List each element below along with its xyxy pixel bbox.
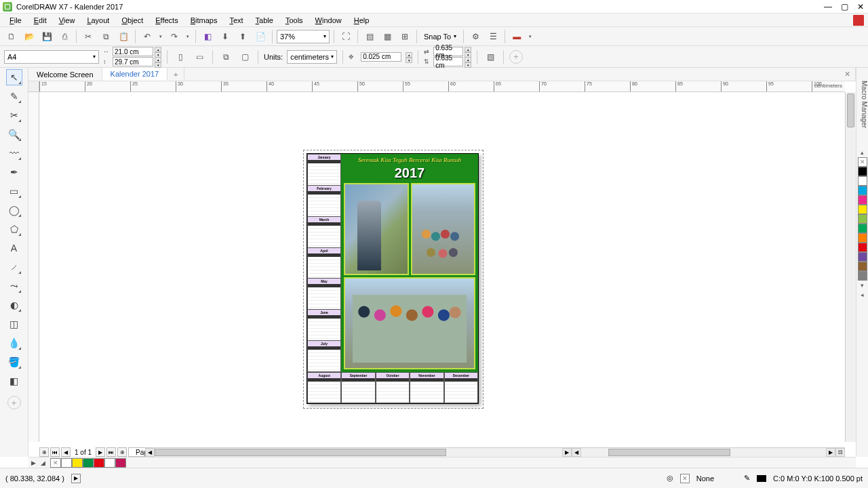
polygon-tool-icon[interactable]: ⬠ — [6, 221, 22, 237]
rectangle-tool-icon[interactable]: ▭ — [6, 183, 22, 199]
swatch[interactable] — [858, 205, 867, 214]
paste-icon[interactable]: 📋 — [116, 29, 131, 44]
menu-help[interactable]: Help — [349, 15, 375, 26]
undo-icon[interactable]: ↶ — [140, 29, 155, 44]
palette-flyout-icon[interactable]: ◂ — [861, 290, 864, 300]
swatch[interactable] — [858, 252, 867, 262]
page-height-input[interactable]: 29.7 cm — [113, 57, 153, 66]
page-size-select[interactable]: A4▾ — [4, 50, 99, 64]
menu-view[interactable]: View — [54, 15, 81, 26]
minimize-icon[interactable]: — — [823, 2, 833, 12]
pick-tool-icon[interactable]: ↖ — [6, 69, 22, 85]
doc-swatch[interactable] — [72, 458, 83, 468]
menu-tools[interactable]: Tools — [280, 15, 309, 26]
play-macro-icon[interactable]: ▶ — [71, 474, 81, 483]
swatch-none[interactable] — [858, 157, 867, 167]
menu-bitmaps[interactable]: Bitmaps — [185, 15, 223, 26]
snap-to-dropdown[interactable]: Snap To▾ — [421, 33, 459, 41]
open-icon[interactable]: 📂 — [22, 29, 37, 44]
tab-kalender[interactable]: Kalender 2017 — [102, 68, 168, 81]
height-spinner[interactable]: ▴▾ — [155, 57, 161, 66]
menu-edit[interactable]: Edit — [28, 15, 52, 26]
search-content-icon[interactable]: ◧ — [200, 29, 215, 44]
swatch[interactable] — [858, 233, 867, 243]
treat-as-filled-icon[interactable]: ▧ — [483, 49, 498, 64]
options-icon[interactable]: ⚙ — [468, 29, 483, 44]
macro-manager-docker[interactable]: Macro Manager — [856, 68, 868, 136]
dupy-input[interactable]: 0.635 cm — [433, 57, 463, 66]
docpal-none[interactable] — [50, 458, 61, 468]
menu-window[interactable]: Window — [310, 15, 347, 26]
fill-swatch-icon[interactable]: ◎ — [667, 474, 673, 483]
horizontal-ruler[interactable]: 1520253035404550556065707580859095100 — [39, 81, 845, 92]
app-launcher-icon[interactable]: ☰ — [486, 29, 500, 44]
horizontal-scrollbar[interactable]: ◀ ▶ ◀ ▶ ⊡ — [145, 447, 845, 457]
swatch[interactable] — [858, 214, 867, 224]
portrait-icon[interactable]: ▯ — [173, 49, 188, 64]
nudge-spinner[interactable]: ▴▾ — [406, 52, 412, 62]
docpal-eyedrop-icon[interactable]: ◢ — [41, 460, 50, 466]
all-pages-icon[interactable]: ⧉ — [218, 49, 233, 64]
show-grid-icon[interactable]: ▦ — [380, 29, 395, 44]
fill-none-icon[interactable] — [680, 474, 690, 483]
artistic-media-icon[interactable]: ✒ — [6, 164, 22, 180]
text-tool-icon[interactable]: A — [6, 240, 22, 256]
outline-pen-icon[interactable]: ✎ — [744, 474, 750, 483]
landscape-icon[interactable]: ▭ — [192, 49, 207, 64]
color-eyedrop-icon[interactable]: 💧 — [6, 335, 22, 351]
width-spinner[interactable]: ▴▾ — [155, 47, 161, 56]
swatch[interactable] — [858, 186, 867, 195]
add-page-after-icon[interactable]: ⊕ — [117, 447, 127, 457]
swatch[interactable] — [858, 271, 867, 281]
maximize-icon[interactable]: ▢ — [840, 2, 849, 12]
copy-icon[interactable]: ⧉ — [98, 29, 113, 44]
units-select[interactable]: centimeters▾ — [287, 50, 337, 64]
add-tool-icon[interactable]: + — [7, 396, 21, 409]
next-page-icon[interactable]: ▶ — [96, 447, 105, 457]
parallel-dim-icon[interactable]: ⟋ — [6, 259, 22, 275]
swatch[interactable] — [858, 243, 867, 252]
page-artwork[interactable]: JanuaryFebruaryMarchAprilMayJuneJuly Ser… — [307, 153, 479, 404]
menu-effects[interactable]: Effects — [150, 15, 183, 26]
freehand-tool-icon[interactable]: 〰 — [6, 145, 22, 161]
palette-down-icon[interactable]: ▾ — [861, 281, 864, 290]
menu-text[interactable]: Text — [224, 15, 248, 26]
vertical-scrollbar[interactable] — [845, 92, 856, 442]
swatch[interactable] — [858, 224, 867, 233]
doc-swatch[interactable] — [94, 458, 104, 468]
user-account-icon[interactable] — [853, 15, 864, 26]
close-icon[interactable]: ✕ — [856, 2, 865, 12]
doc-swatch[interactable] — [61, 458, 72, 468]
zoom-tool-icon[interactable]: 🔍 — [6, 126, 22, 142]
docpal-left-icon[interactable]: ▶ — [31, 460, 41, 466]
print-icon[interactable]: ⎙ — [57, 29, 72, 44]
doc-swatch[interactable] — [83, 458, 94, 468]
swatch[interactable] — [858, 262, 867, 271]
transparency-icon[interactable]: ◫ — [6, 316, 22, 332]
ellipse-tool-icon[interactable]: ◯ — [6, 202, 22, 218]
menu-layout[interactable]: Layout — [81, 15, 115, 26]
launch-icon[interactable]: ▬ — [509, 29, 524, 44]
add-property-icon[interactable]: + — [509, 50, 523, 64]
prev-page-icon[interactable]: ◀ — [61, 447, 71, 457]
menu-table[interactable]: Table — [250, 15, 279, 26]
drawing-canvas[interactable]: JanuaryFebruaryMarchAprilMayJuneJuly Ser… — [39, 92, 845, 442]
redo-icon[interactable]: ↷ — [167, 29, 182, 44]
drop-shadow-icon[interactable]: ◐ — [6, 297, 22, 313]
crop-tool-icon[interactable]: ✂ — [6, 107, 22, 123]
tab-close-icon[interactable]: ✕ — [839, 68, 856, 81]
menu-object[interactable]: Object — [116, 15, 149, 26]
doc-swatch[interactable] — [104, 458, 115, 468]
cut-icon[interactable]: ✂ — [81, 29, 96, 44]
ruler-origin-icon[interactable] — [28, 81, 39, 92]
interactive-fill-icon[interactable]: 🪣 — [6, 354, 22, 370]
connector-tool-icon[interactable]: ⤳ — [6, 278, 22, 294]
launch-drop-icon[interactable]: ▾ — [527, 29, 534, 44]
shape-tool-icon[interactable]: ✎ — [6, 88, 22, 104]
swatch[interactable] — [858, 167, 867, 176]
smart-fill-icon[interactable]: ◧ — [6, 373, 22, 389]
swatch[interactable] — [858, 176, 867, 186]
outline-swatch[interactable] — [757, 475, 766, 482]
publish-pdf-icon[interactable]: 📄 — [253, 29, 268, 44]
show-rulers-icon[interactable]: ▤ — [362, 29, 377, 44]
